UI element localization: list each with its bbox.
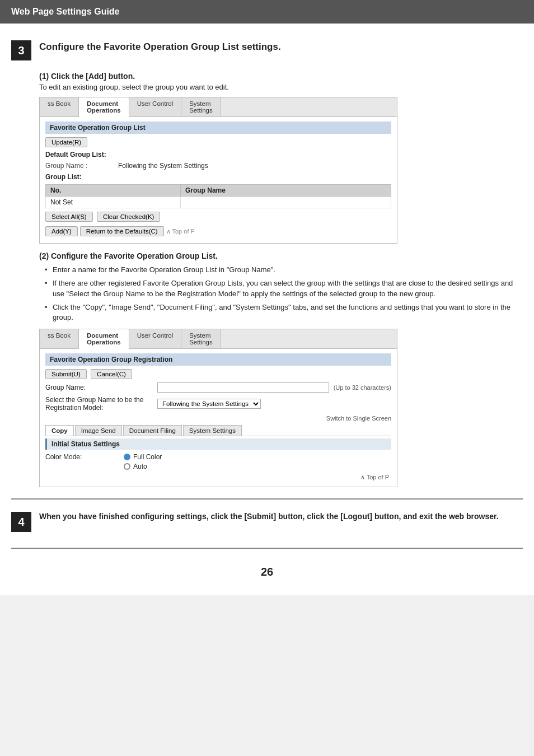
- inner-tab-bar: Copy Image Send Document Filing System S…: [45, 425, 391, 436]
- screenshot1: ss Book DocumentOperations User Control …: [39, 97, 397, 244]
- tab-ssbook-2[interactable]: ss Book: [40, 329, 79, 348]
- switch-single-screen[interactable]: Switch to Single Screen: [45, 415, 391, 422]
- tab-bar-2: ss Book DocumentOperations User Control …: [40, 329, 397, 349]
- tab-usercontrol-2[interactable]: User Control: [129, 329, 182, 348]
- select-all-button[interactable]: Select All(S): [45, 212, 93, 222]
- cell-empty: [180, 197, 391, 208]
- group-name-input-row: Group Name: (Up to 32 characters): [45, 382, 391, 393]
- screenshot1-body: Favorite Operation Group List Update(R) …: [40, 117, 397, 243]
- col-group-name: Group Name: [180, 185, 391, 197]
- screenshot2: ss Book DocumentOperations User Control …: [39, 329, 397, 487]
- update-btn-row: Update(R): [45, 137, 391, 147]
- page-number: 26: [11, 566, 523, 578]
- group-name-hint: (Up to 32 characters): [334, 384, 391, 391]
- add-button[interactable]: Add(Y): [45, 226, 78, 236]
- scr2-bottom-nav: ∧ Top of P: [45, 473, 391, 482]
- select-clear-row: Select All(S) Clear Checked(K): [45, 212, 391, 222]
- step3-title: Configure the Favorite Operation Group L…: [39, 41, 281, 53]
- screenshot2-body: Favorite Operation Group Registration Su…: [40, 349, 397, 487]
- top-of-page-2: ∧ Top of P: [360, 474, 389, 481]
- step3-container: 3 Configure the Favorite Operation Group…: [11, 39, 523, 66]
- scr1-section-title: Favorite Operation Group List: [45, 122, 391, 134]
- return-defaults-button[interactable]: Return to the Defaults(C): [80, 226, 164, 236]
- reg-model-select[interactable]: Following the System Settings: [157, 399, 261, 409]
- tab-bar-1: ss Book DocumentOperations User Control …: [40, 97, 397, 117]
- page-header: Web Page Settings Guide: [0, 0, 534, 24]
- submit-cancel-row: Submit(U) Cancel(C): [45, 369, 391, 379]
- tab-usercontrol-1[interactable]: User Control: [129, 97, 182, 116]
- reg-model-row: Select the Group Name to be the Registra…: [45, 396, 391, 412]
- radio-auto-label: Auto: [133, 463, 147, 470]
- main-content: 3 Configure the Favorite Operation Group…: [0, 24, 534, 595]
- inner-tab-copy[interactable]: Copy: [45, 425, 74, 436]
- step4-container: 4 When you have finished configuring set…: [11, 511, 523, 540]
- step3-number: 3: [11, 40, 31, 60]
- page-title: Web Page Settings Guide: [11, 7, 120, 16]
- group-name-input-label: Group Name:: [45, 384, 157, 391]
- radio-full-color-label: Full Color: [133, 453, 162, 461]
- tab-syssettings-2[interactable]: SystemSettings: [181, 329, 221, 348]
- substep2: (2) Configure the Favorite Operation Gro…: [39, 251, 523, 487]
- section-divider: [11, 498, 523, 500]
- step4-number: 4: [11, 512, 31, 532]
- bullet-1: Enter a name for the Favorite Operation …: [45, 265, 523, 276]
- group-name-input[interactable]: [157, 382, 329, 393]
- radio-auto-circle: [124, 463, 130, 470]
- substep1-title: (1) Click the [Add] button.: [39, 72, 523, 81]
- color-mode-radio-group: Full Color Auto: [124, 453, 162, 470]
- group-name-value: Following the System Settings: [118, 162, 208, 170]
- clear-checked-button[interactable]: Clear Checked(K): [97, 212, 160, 222]
- group-table: No. Group Name Not Set: [45, 184, 391, 208]
- group-list-area: Group List: No. Group Name Not Set: [45, 173, 391, 208]
- radio-auto[interactable]: Auto: [124, 463, 162, 470]
- bullet-3: Click the "Copy", "Image Send", "Documen…: [45, 302, 523, 324]
- submit-button[interactable]: Submit(U): [45, 369, 87, 379]
- tab-docops-1[interactable]: DocumentOperations: [79, 97, 129, 117]
- inner-tab-imagesend[interactable]: Image Send: [75, 425, 122, 436]
- substep1-desc: To edit an existing group, select the gr…: [39, 83, 523, 91]
- add-return-row: Add(Y) Return to the Defaults(C) ∧ Top o…: [45, 226, 391, 236]
- tab-ssbook-1[interactable]: ss Book: [40, 97, 79, 116]
- cell-not-set: Not Set: [46, 197, 181, 208]
- color-mode-label: Color Mode:: [45, 453, 124, 461]
- bottom-divider: [11, 548, 523, 549]
- group-name-row: Group Name : Following the System Settin…: [45, 162, 391, 170]
- bullet-2: If there are other registered Favorite O…: [45, 278, 523, 300]
- step4-text: When you have finished configuring setti…: [39, 511, 499, 522]
- radio-full-color[interactable]: Full Color: [124, 453, 162, 461]
- init-status-title: Initial Status Settings: [45, 438, 391, 450]
- inner-tab-syssettings[interactable]: System Settings: [183, 425, 242, 436]
- group-name-label: Group Name :: [45, 162, 118, 170]
- tab-syssettings-1[interactable]: SystemSettings: [181, 97, 221, 116]
- default-group-label: Default Group List:: [45, 151, 391, 158]
- bullet-list: Enter a name for the Favorite Operation …: [45, 265, 523, 323]
- reg-model-label: Select the Group Name to be the Registra…: [45, 396, 157, 412]
- tab-docops-2[interactable]: DocumentOperations: [79, 329, 129, 349]
- substep1: (1) Click the [Add] button. To edit an e…: [39, 72, 523, 244]
- substep2-title: (2) Configure the Favorite Operation Gro…: [39, 251, 523, 260]
- table-row: Not Set: [46, 197, 391, 208]
- color-mode-row: Color Mode: Full Color Auto: [45, 453, 391, 470]
- update-button[interactable]: Update(R): [45, 137, 87, 147]
- scr2-section-title: Favorite Operation Group Registration: [45, 353, 391, 366]
- col-no: No.: [46, 185, 181, 197]
- top-of-page-1: ∧ Top of P: [166, 228, 195, 235]
- radio-full-color-circle: [124, 454, 130, 460]
- cancel-button[interactable]: Cancel(C): [91, 369, 132, 379]
- group-list-label: Group List:: [45, 173, 391, 181]
- default-group-area: Default Group List: Group Name : Followi…: [45, 151, 391, 170]
- inner-tab-docfiling[interactable]: Document Filing: [123, 425, 182, 436]
